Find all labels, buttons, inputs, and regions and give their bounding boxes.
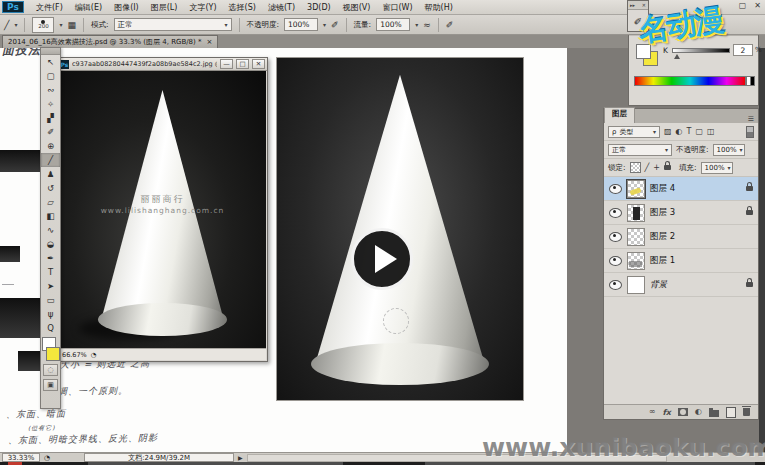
chevron-down-icon[interactable]: ▾ [415, 21, 418, 28]
chevron-down-icon[interactable]: ▾ [14, 21, 17, 28]
layer-thumbnail[interactable] [627, 228, 645, 246]
brush-tool[interactable]: ╱ [41, 153, 60, 167]
layer-row[interactable]: 图层 2 [604, 225, 758, 249]
filter-pixel-layers-icon[interactable]: ▨ [664, 127, 672, 136]
zoom-level-field[interactable]: 33.33% [2, 453, 40, 462]
lock-image-pixels-icon[interactable]: ╱ [645, 163, 650, 172]
gradient-tool[interactable]: ◧ [41, 209, 60, 223]
layer-row[interactable]: 图层 3 [604, 201, 758, 225]
layer-name[interactable]: 背景 [650, 279, 667, 291]
layer-style-icon[interactable]: fx [662, 408, 671, 417]
close-icon[interactable]: ✕ [754, 1, 761, 10]
layer-fill-select[interactable]: 100% ▾ [701, 162, 733, 174]
layer-name[interactable]: 图层 1 [650, 255, 675, 267]
menu-view[interactable]: 视图(V) [337, 1, 377, 14]
menu-select[interactable]: 选择(S) [223, 1, 262, 14]
tab-layers[interactable]: 图层 [604, 107, 635, 123]
background-color-swatch[interactable] [46, 347, 60, 361]
layer-name[interactable]: 图层 3 [650, 207, 675, 219]
type-tool[interactable]: T [41, 265, 60, 279]
layer-row[interactable]: 图层 1 [604, 249, 758, 273]
maximize-icon[interactable]: □ [236, 59, 249, 69]
delete-layer-icon[interactable] [743, 408, 750, 416]
hand-tool[interactable]: ψ [41, 307, 60, 321]
filter-shape-layers-icon[interactable]: ▢ [695, 127, 703, 136]
status-arrow-icon[interactable]: ▶ [238, 454, 243, 461]
brush-preset-picker[interactable]: 200 [32, 17, 54, 33]
k-slider-track[interactable] [672, 48, 730, 53]
flow-select[interactable]: 100% [376, 18, 410, 31]
filter-adjustment-layers-icon[interactable]: ◐ [676, 127, 683, 136]
layer-row[interactable]: 背景 [604, 273, 758, 297]
tab-close-icon[interactable]: × [207, 38, 213, 46]
menu-file[interactable]: 文件(F) [30, 1, 69, 14]
crop-tool[interactable]: ▞ [41, 111, 60, 125]
rectangle-tool[interactable]: ▭ [41, 293, 60, 307]
menu-edit[interactable]: 编辑(E) [69, 1, 108, 14]
menu-type[interactable]: 文字(Y) [183, 1, 222, 14]
black-chip[interactable] [750, 76, 755, 86]
pen-tool[interactable]: ✒ [41, 251, 60, 265]
foreground-color-swatch[interactable] [636, 44, 651, 59]
maximize-icon[interactable]: ▢ [739, 1, 747, 10]
opacity-select[interactable]: 100% [284, 18, 318, 31]
layer-thumbnail[interactable] [627, 204, 645, 222]
chevron-down-icon[interactable]: ▾ [323, 21, 326, 28]
layer-name[interactable]: 图层 4 [650, 183, 675, 195]
menu-filter[interactable]: 滤镜(T) [262, 1, 301, 14]
blend-mode-select[interactable]: 正常 ▾ [114, 18, 232, 31]
history-brush-tool[interactable]: ↺ [41, 181, 60, 195]
adjustment-layer-icon[interactable]: ◐ [695, 408, 702, 416]
healing-brush-tool[interactable]: ⊕ [41, 139, 60, 153]
layer-blend-mode-select[interactable]: 正常 ▾ [608, 144, 672, 156]
visibility-eye-icon[interactable] [609, 184, 622, 194]
floating-document-window[interactable]: Ps c937aab08280447439f2a08b9ae584c2.jpg … [57, 57, 268, 362]
floating-window-titlebar[interactable]: Ps c937aab08280447439f2a08b9ae584c2.jpg … [58, 58, 267, 71]
palette-grip[interactable] [41, 48, 60, 55]
airbrush-icon[interactable]: ≈ [423, 20, 431, 30]
new-group-icon[interactable] [709, 410, 719, 417]
layer-thumbnail[interactable] [627, 276, 645, 294]
lock-all-icon[interactable] [664, 165, 671, 170]
chevron-down-icon[interactable]: ▾ [59, 21, 62, 28]
quick-mask-button[interactable]: ◌ [43, 364, 58, 376]
eraser-tool[interactable]: ▱ [41, 195, 60, 209]
video-play-button[interactable] [351, 228, 413, 290]
panel-menu-icon[interactable]: ☰ [748, 115, 758, 123]
document-tab[interactable]: 2014_06_16高效素描技法.psd @ 33.3% (图层 4, RGB/… [2, 35, 218, 48]
marquee-tool[interactable]: ▢ [41, 69, 60, 83]
brush-panel-toggle-icon[interactable]: ▦ [67, 20, 76, 30]
menu-3d[interactable]: 3D(D) [301, 1, 337, 14]
clone-stamp-tool[interactable]: ♟ [41, 167, 60, 181]
pressure-opacity-icon[interactable]: ✐ [331, 20, 339, 30]
move-tool[interactable]: ↖ [41, 55, 60, 69]
eyedropper-tool[interactable]: ✐ [41, 125, 60, 139]
menu-image[interactable]: 图像(I) [108, 1, 145, 14]
new-layer-icon[interactable] [726, 407, 736, 418]
menu-window[interactable]: 窗口(W) [376, 1, 418, 14]
collapsed-panel-titlebar[interactable]: ▸▸ ✕ [628, 1, 648, 10]
collapse-arrows-icon[interactable]: ▸▸ [630, 2, 635, 8]
layer-thumbnail[interactable] [627, 180, 645, 198]
menu-help[interactable]: 帮助(H) [419, 1, 459, 14]
lasso-tool[interactable]: ∾ [41, 83, 60, 97]
link-layers-icon[interactable]: ∞ [649, 408, 656, 416]
close-icon[interactable]: ✕ [252, 59, 265, 69]
layer-thumbnail[interactable] [627, 252, 645, 270]
filter-smart-objects-icon[interactable]: ◫ [707, 127, 715, 136]
cone-drawing-canvas[interactable] [277, 58, 523, 400]
visibility-eye-icon[interactable] [609, 280, 622, 290]
k-value-field[interactable]: 2 [733, 44, 753, 56]
smudge-tool[interactable]: ∿ [41, 223, 60, 237]
path-selection-tool[interactable]: ➤ [41, 279, 60, 293]
layer-row[interactable]: 图层 4 [604, 177, 758, 201]
layer-filter-select[interactable]: ρ 类型 ▾ [608, 126, 660, 138]
lock-position-icon[interactable]: + [653, 163, 660, 172]
filter-type-layers-icon[interactable]: T [687, 127, 692, 136]
dodge-tool[interactable]: ◒ [41, 237, 60, 251]
minimize-icon[interactable]: — [220, 59, 233, 69]
filter-toggle-icon[interactable] [746, 126, 754, 138]
layer-name[interactable]: 图层 2 [650, 231, 675, 243]
k-slider-marker[interactable] [674, 54, 680, 59]
zoom-level[interactable]: 66.67% [62, 351, 87, 359]
